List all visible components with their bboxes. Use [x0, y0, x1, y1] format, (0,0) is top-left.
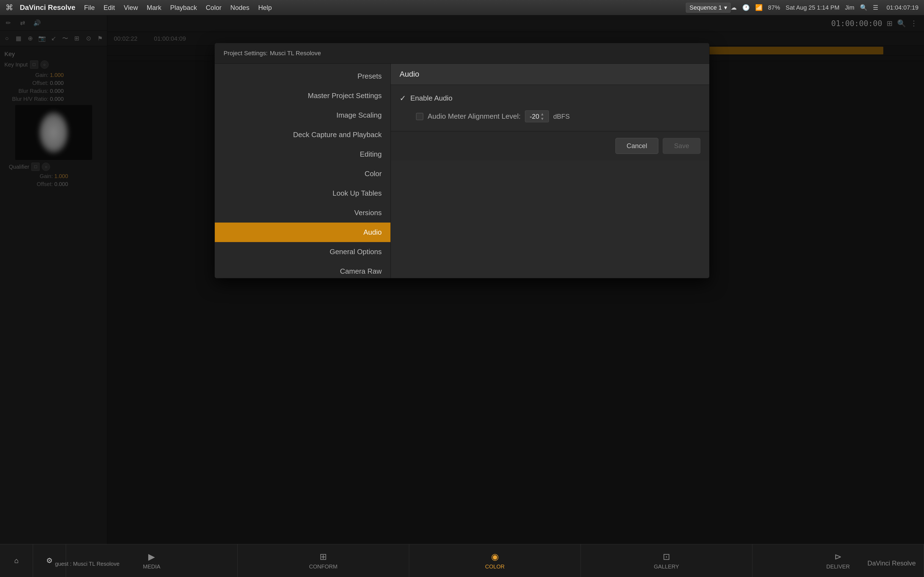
menu-items: File Edit View Mark Playback Color Nodes… [84, 4, 686, 11]
audio-meter-number: -20 [530, 113, 539, 120]
modal-body: Presets Master Project Settings Image Sc… [215, 64, 709, 278]
sequence-label: Sequence 1 [690, 4, 722, 11]
home-button[interactable]: ⌂ [0, 544, 33, 577]
menu-file[interactable]: File [84, 4, 95, 11]
spinner-up-icon[interactable]: ▲ [540, 112, 544, 116]
sidebar-item-versions[interactable]: Versions [215, 203, 391, 222]
sidebar-item-look-up-tables[interactable]: Look Up Tables [215, 184, 391, 203]
spinner-down-icon[interactable]: ▼ [540, 116, 544, 121]
sidebar-item-image-scaling[interactable]: Image Scaling [215, 105, 391, 125]
menu-mark[interactable]: Mark [147, 4, 161, 11]
audio-meter-row: Audio Meter Alignment Level: -20 ▲ ▼ dBF… [400, 110, 700, 122]
menu-icon[interactable]: ☰ [873, 4, 878, 11]
menu-playback[interactable]: Playback [170, 4, 197, 11]
cloud-icon: ☁ [731, 4, 737, 11]
audio-meter-checkbox[interactable] [416, 113, 423, 120]
cancel-button[interactable]: Cancel [615, 138, 659, 154]
sidebar-item-master-project-settings[interactable]: Master Project Settings [215, 86, 391, 105]
meter-spinner[interactable]: ▲ ▼ [540, 112, 544, 121]
media-label: MEDIA [143, 564, 160, 570]
modal-footer: Cancel Save [391, 131, 709, 160]
tab-conform[interactable]: ⊞ CONFORM [237, 544, 409, 577]
user-label: guest : Musci TL Resolove [55, 561, 120, 567]
modal-overlay: Project Settings: Musci TL Resolove Pres… [0, 15, 924, 544]
media-icon: ▶ [148, 551, 155, 562]
search-icon[interactable]: 🔍 [860, 4, 867, 11]
user-icon: Jim [845, 4, 855, 11]
enable-audio-checkmark-icon[interactable]: ✓ [400, 94, 406, 103]
gallery-label: GALLERY [654, 564, 679, 570]
modal-sidebar: Presets Master Project Settings Image Sc… [215, 64, 391, 278]
menu-right: ☁ 🕐 📶 87% Sat Aug 25 1:14 PM Jim 🔍 ☰ [731, 4, 878, 11]
settings-icon: ⚙ [46, 556, 53, 565]
enable-audio-label: Enable Audio [410, 94, 452, 103]
conform-icon: ⊞ [320, 551, 327, 562]
project-name: Musci TL Resolove [270, 50, 321, 57]
audio-meter-label: Audio Meter Alignment Level: [428, 112, 520, 121]
clock-icon: 🕐 [742, 4, 750, 11]
deliver-icon: ⊳ [834, 551, 842, 562]
content-body: ✓ Enable Audio Audio Meter Alignment Lev… [391, 85, 709, 131]
color-label: COLOR [485, 564, 505, 570]
main-area: ✏ ⇄ 🔊 ○ ▦ ⊕ 📷 ↙ 〜 ⊞ ⊙ ⚑ Key Key Input □ … [0, 15, 924, 577]
menu-color[interactable]: Color [206, 4, 221, 11]
davinci-resolve-label: DaVinci Resolve [867, 559, 916, 567]
bottom-bar: ⌂ ⚙ guest : Musci TL Resolove ▶ MEDIA ⊞ … [0, 544, 924, 577]
project-settings-dialog: Project Settings: Musci TL Resolove Pres… [215, 43, 709, 278]
home-icon: ⌂ [14, 556, 19, 565]
sidebar-item-audio[interactable]: Audio [215, 222, 391, 242]
gallery-icon: ⊡ [663, 551, 670, 562]
sequence-dropdown-icon: ▾ [724, 4, 727, 11]
conform-label: CONFORM [309, 564, 338, 570]
sidebar-item-general-options[interactable]: General Options [215, 242, 391, 261]
app-name: DaVinci Resolve [20, 3, 75, 12]
modal-header: Project Settings: Musci TL Resolove [215, 43, 709, 64]
menu-edit[interactable]: Edit [104, 4, 115, 11]
apple-logo-icon: ⌘ [5, 3, 13, 12]
audio-meter-unit: dBFS [553, 113, 570, 120]
project-settings-label: Project Settings: [224, 50, 268, 57]
save-button[interactable]: Save [663, 138, 700, 154]
battery-label: 87% [768, 4, 780, 11]
color-icon: ◉ [491, 551, 499, 562]
sidebar-item-presets[interactable]: Presets [215, 66, 391, 86]
sidebar-item-camera-raw[interactable]: Camera Raw [215, 261, 391, 278]
sidebar-item-color[interactable]: Color [215, 164, 391, 184]
menu-view[interactable]: View [124, 4, 138, 11]
wifi-icon: 📶 [755, 4, 762, 11]
sidebar-item-deck-capture-playback[interactable]: Deck Capture and Playback [215, 125, 391, 145]
deliver-label: DELIVER [826, 564, 850, 570]
menu-help[interactable]: Help [258, 4, 272, 11]
modal-content: Audio ✓ Enable Audio Audio Meter Alignme… [391, 64, 709, 278]
menubar-timecode: 01:04:07:19 [887, 4, 919, 11]
sidebar-item-editing[interactable]: Editing [215, 145, 391, 164]
sequence-selector[interactable]: Sequence 1 ▾ [686, 3, 730, 13]
menu-nodes[interactable]: Nodes [231, 4, 249, 11]
audio-meter-value-field[interactable]: -20 ▲ ▼ [525, 110, 549, 122]
tab-color[interactable]: ◉ COLOR [409, 544, 581, 577]
datetime-label: Sat Aug 25 1:14 PM [786, 4, 840, 11]
enable-audio-row: ✓ Enable Audio [400, 94, 700, 103]
content-title: Audio [391, 64, 709, 85]
tab-gallery[interactable]: ⊡ GALLERY [581, 544, 753, 577]
menubar: ⌘ DaVinci Resolve File Edit View Mark Pl… [0, 0, 924, 15]
